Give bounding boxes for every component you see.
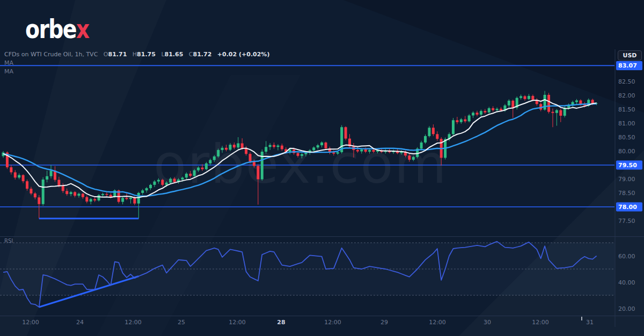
logo-text: orbe [25, 14, 76, 44]
svg-text:28: 28 [277, 319, 285, 326]
svg-text:82.50: 82.50 [618, 78, 635, 85]
high-label: H [133, 51, 137, 58]
svg-text:20.00: 20.00 [618, 305, 635, 312]
svg-text:78.00: 78.00 [618, 204, 637, 211]
open-value: 81.71 [108, 51, 127, 58]
svg-text:78.50: 78.50 [618, 190, 635, 197]
svg-text:25: 25 [178, 319, 185, 326]
svg-text:12:00: 12:00 [429, 319, 446, 326]
svg-text:79.00: 79.00 [618, 176, 635, 183]
svg-text:30: 30 [484, 319, 491, 326]
svg-text:12:00: 12:00 [125, 319, 142, 326]
svg-text:79.50: 79.50 [618, 162, 637, 169]
high-value: 81.75 [137, 51, 156, 58]
svg-text:12:00: 12:00 [532, 319, 549, 326]
open-label: O [104, 51, 108, 58]
svg-text:24: 24 [76, 319, 84, 326]
logo-accent-x: x [76, 14, 89, 44]
svg-text:12:00: 12:00 [22, 319, 39, 326]
candles [2, 91, 598, 219]
ma-legend-2[interactable]: MA [4, 68, 13, 75]
low-value: 81.65 [165, 51, 184, 58]
svg-text:40.00: 40.00 [618, 279, 635, 286]
moving-average-lines [3, 100, 597, 198]
orbex-logo: orbex [25, 16, 89, 42]
symbol-title-row[interactable]: CFDs on WTI Crude Oil, 1h, TVC O81.71 H8… [4, 51, 269, 58]
svg-text:83.07: 83.07 [618, 62, 637, 69]
time-axis[interactable]: 12:002412:002512:002812:002912:003012:00… [22, 317, 594, 326]
svg-text:81.00: 81.00 [618, 120, 635, 127]
svg-text:80.00: 80.00 [618, 148, 635, 155]
svg-text:12:00: 12:00 [229, 319, 246, 326]
symbol-title[interactable]: CFDs on WTI Crude Oil, 1h, TVC [4, 51, 98, 58]
svg-text:82.00: 82.00 [618, 92, 635, 99]
rsi-legend[interactable]: RSI [4, 238, 13, 244]
svg-text:12:00: 12:00 [324, 319, 341, 326]
ma-legend-1[interactable]: MA [4, 59, 13, 66]
svg-text:81.50: 81.50 [618, 106, 635, 113]
price-axis[interactable]: 82.5082.0081.5081.0080.5080.0079.0078.50… [616, 61, 642, 312]
close-label: C [189, 51, 193, 58]
svg-text:80.50: 80.50 [618, 134, 635, 141]
close-value: 81.72 [193, 51, 212, 58]
svg-text:77.50: 77.50 [618, 218, 635, 225]
orbex-chart-card: orbex.com 82.5082.0081.5081.0080.5080.00… [0, 0, 644, 336]
currency-button[interactable]: USD [618, 50, 642, 61]
rsi-bands [0, 243, 614, 295]
price-level-lines[interactable] [0, 65, 614, 207]
svg-text:31: 31 [586, 319, 594, 326]
svg-text:29: 29 [380, 319, 388, 326]
svg-text:60.00: 60.00 [618, 253, 635, 260]
change-value: +0.02 (+0.02%) [217, 51, 270, 58]
